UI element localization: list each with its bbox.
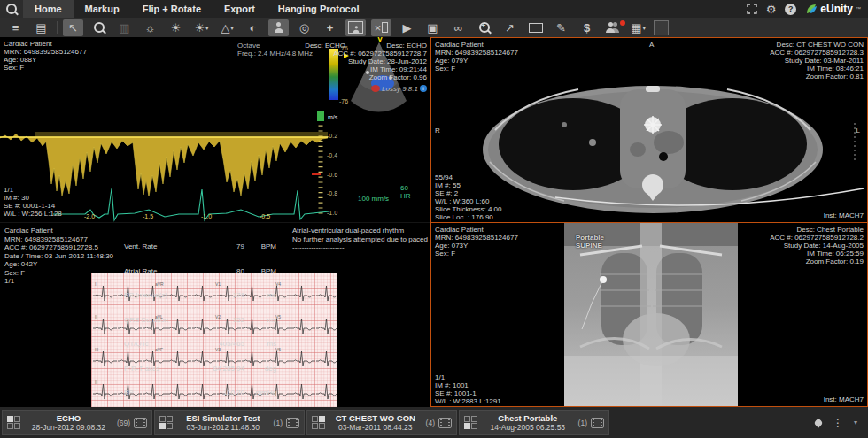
fullscreen-button[interactable] [747,4,757,14]
link-series-button[interactable]: ∞ [448,19,469,36]
play-icon: ▶ [403,22,412,34]
tab-hanging-protocol[interactable]: Hanging Protocol [267,0,371,18]
patient-info-button[interactable] [268,19,289,36]
layout-thumb-icon [312,416,325,429]
help-button[interactable]: ? [785,4,796,15]
brightness-button[interactable]: ☼ [140,19,160,36]
magnifier-icon [94,22,105,33]
colorbar-top: 76 [341,44,348,52]
frame-counter: 1/1 [4,186,13,194]
ct-image [431,38,866,222]
empty-slot [654,20,669,35]
brand-tm: ™ [856,6,861,12]
chevron-down-icon: ▾ [643,25,646,31]
patient-age: Age: 073Y [435,242,468,250]
patient-mrn: MRN: 6498392585124677 [4,235,88,243]
series-count: (1) [578,419,587,427]
toolbar: ≡ ▤ ↖ ▥ ☼ ☀ ☀▾ △▾ ◐ ◎ + × ▶ ▣ ∞ ↗ ✎ $ ▦▾ [0,18,868,37]
annotate-button[interactable]: ✎ [551,19,571,36]
im-number: IM #: 30 [4,194,29,202]
collaborate-button[interactable] [602,19,623,36]
study-date: 28-Jun-2012 09:08:32 [32,423,105,432]
cine-play-button[interactable]: ▶ [397,19,417,36]
layout-button[interactable]: ▥ [114,19,135,36]
study-card-chest[interactable]: Chest Portable 14-Aug-2005 06:25:53 (1) [459,410,609,435]
series-count: (69) [117,419,130,427]
pointer-tool-button[interactable]: ↖ [63,19,83,36]
colorbar-bottom: -76 [339,97,348,105]
person-icon [275,22,283,33]
auto-window-icon: ☀ [171,22,182,34]
tab-export[interactable]: Export [213,0,267,18]
study-date: 14-Aug-2005 06:25:53 [491,423,566,432]
more-options-button[interactable]: ⋮ [833,417,843,429]
viewport-ct[interactable]: Cardiac Patient MRN: 6498392585124677 Ag… [431,38,867,223]
card-icon [529,23,543,33]
crosshair-button[interactable]: + [320,19,340,36]
study-card-esi[interactable]: ESI Simulator Test 03-Jun-2012 11:48:30 … [154,410,305,435]
patient-name: Cardiac Patient [4,227,53,234]
settings-button[interactable]: ⚙ [766,4,777,15]
arrow-icon: ↗ [505,22,515,34]
patient-mrn: MRN: 6498392585124677 [435,49,518,57]
slice-thickness: Slice Thickness: 4.00 [435,205,501,213]
auto-window-button[interactable]: ☀ [166,19,186,36]
window-presets-button[interactable]: ☀▾ [191,19,212,36]
frame-counter: 1/1 [435,373,445,381]
hr-value: 60 [400,184,408,192]
viewport-xray[interactable]: Cardiac Patient MRN: 6498392585124677 Ag… [431,223,867,406]
study-date: 03-Jun-2012 11:48:30 [187,423,260,432]
orientation-left: L [856,127,860,134]
study-card-text: CT CHEST WO CON 03-Mar-2011 08:44:23 [329,414,422,432]
pan-button[interactable]: ↗ [500,19,520,36]
patient-jacket-button[interactable] [345,19,366,36]
axis-tick: -0.8 [327,189,337,197]
compare-layout-button[interactable]: ▣ [422,19,443,36]
tab-flip-rotate[interactable]: Flip + Rotate [131,0,213,18]
tab-markup[interactable]: Markup [74,0,131,18]
se-number: SE #: 1001-1 [435,389,477,397]
pin-button[interactable] [815,417,822,429]
patient-age: Age: 079Y [435,57,468,65]
localizer-button[interactable]: ◎ [294,19,314,36]
chevron-down-icon: ▾ [854,419,857,426]
info-icon[interactable]: i [420,85,427,92]
pin-icon [813,418,823,427]
3d-tools-button[interactable]: ▦▾ [628,19,648,36]
study-datetime: Date / Time: 03-Jun-2012 11:48:30 [4,252,113,260]
stage-button[interactable] [525,19,546,36]
zoom-select-button[interactable] [89,19,109,36]
xray-image [564,223,738,406]
close-patient-button[interactable]: × [371,19,391,36]
orientation-anterior: A [649,41,654,49]
study-card-ct[interactable]: CT CHEST WO CON 03-Mar-2011 08:44:23 (4) [306,410,457,435]
hr-label: HR [400,192,411,200]
gear-icon: ⚙ [766,4,777,15]
tab-home[interactable]: Home [23,0,74,18]
series-list-button[interactable]: ≡ [5,19,26,36]
study-card-echo[interactable]: ECHO 28-Jun-2012 09:08:32 (69) [2,410,152,435]
sharpen-button[interactable]: △▾ [217,19,237,36]
film-icon [438,418,452,428]
eunity-leaf-icon [805,3,818,15]
image-label-portable: Portable [576,234,604,242]
invert-button[interactable]: ◐ [243,19,263,36]
list-icon: ≡ [12,22,19,34]
viewport-ecg[interactable]: Cardiac Patient MRN: 6498392585124677 AC… [0,223,430,407]
patient-name: Cardiac Patient [435,226,484,234]
zoom-in-button[interactable] [474,19,494,36]
axis-unit: m/s [328,113,337,121]
report-button[interactable]: ▤ [31,19,51,36]
left-column: Cardiac Patient MRN: 6498392585124677 Ag… [0,37,430,407]
viewport-echo[interactable]: Cardiac Patient MRN: 6498392585124677 Ag… [0,37,430,223]
report-icon: ▤ [35,22,46,34]
study-card-text: ECHO 28-Jun-2012 09:08:32 [24,414,113,432]
study-bar: ECHO 28-Jun-2012 09:08:32 (69) ESI Simul… [0,407,868,438]
patient-sex: Sex: F [435,65,455,73]
lead-label: I [95,281,96,287]
layout-thumb-icon [159,416,173,429]
collapse-bar-button[interactable]: ▾ [854,419,857,426]
search-button[interactable] [0,0,23,18]
billing-button[interactable]: $ [577,19,597,36]
sharpen-icon: △ [221,22,229,34]
